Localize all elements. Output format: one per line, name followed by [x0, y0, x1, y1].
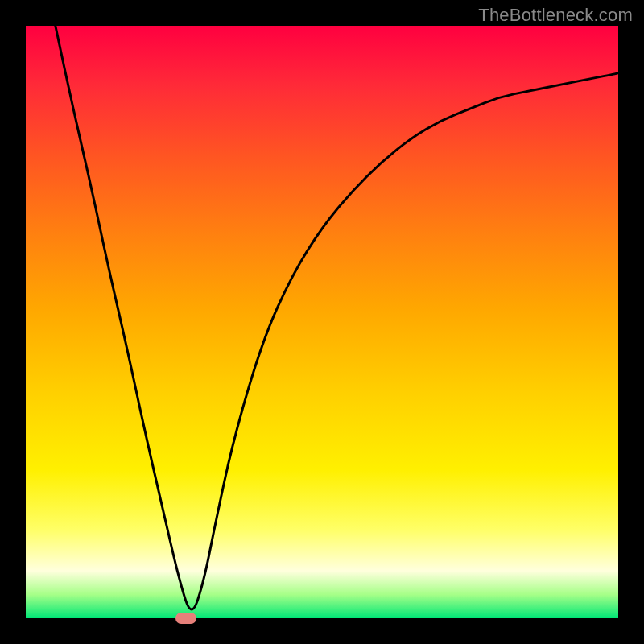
- watermark-text: TheBottleneck.com: [478, 5, 633, 26]
- bottleneck-curve: [56, 26, 618, 609]
- plot-area: [26, 26, 618, 618]
- curve-svg: [26, 26, 618, 618]
- chart-frame: TheBottleneck.com: [0, 0, 644, 644]
- optimal-point-marker: [175, 613, 196, 624]
